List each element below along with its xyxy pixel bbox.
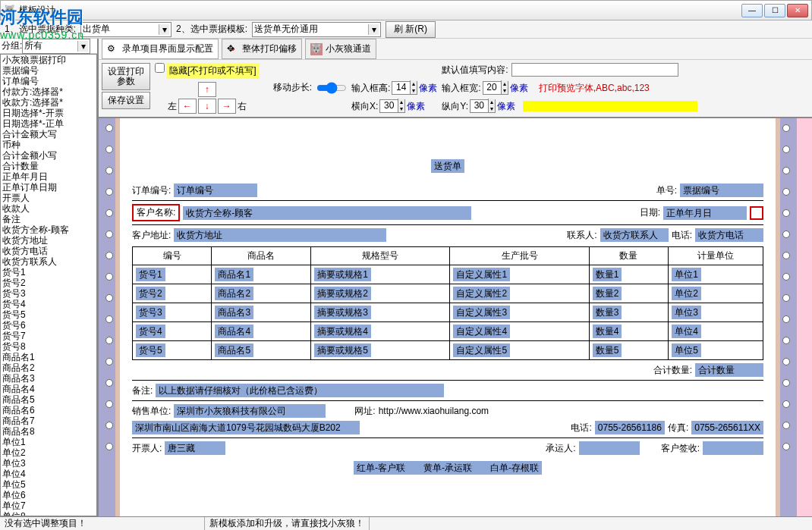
table-cell[interactable]: 单位2	[672, 287, 701, 300]
list-item[interactable]: 货号7	[1, 331, 96, 341]
list-item[interactable]: 合计数量	[1, 161, 96, 171]
field-cust-sign[interactable]	[703, 441, 763, 455]
list-item[interactable]: 商品名1	[1, 352, 96, 362]
table-cell[interactable]: 数量3	[593, 306, 622, 319]
list-item[interactable]: 付款方:选择器*	[1, 86, 96, 97]
list-item[interactable]: 单位1	[1, 437, 96, 447]
width-spin[interactable]: 20	[483, 81, 508, 95]
field-tel[interactable]: 收货方电话	[695, 228, 763, 242]
table-cell[interactable]: 数量2	[593, 287, 622, 300]
table-cell[interactable]: 货号2	[136, 287, 165, 300]
list-item[interactable]: 日期选择*-开票	[1, 108, 96, 118]
bill-type-combo[interactable]: ▾	[80, 22, 172, 37]
list-item[interactable]: 商品名6	[1, 405, 96, 416]
table-cell[interactable]: 商品名3	[215, 306, 253, 319]
table-cell[interactable]: 摘要或规格1	[314, 268, 371, 281]
list-item[interactable]: 开票人	[1, 193, 96, 203]
list-item[interactable]: 小灰狼票据打印	[1, 55, 96, 65]
tab-wolf-channel[interactable]: 🐺小灰狼通道	[305, 39, 376, 59]
tab-display-config[interactable]: ⚙录单项目界面显示配置	[102, 39, 219, 59]
list-item[interactable]: 货号2	[1, 278, 96, 288]
list-item[interactable]: 合计金额大写	[1, 129, 96, 140]
list-item[interactable]: 单位5	[1, 479, 96, 490]
list-item[interactable]: 商品名8	[1, 426, 96, 437]
list-item[interactable]: 商品名2	[1, 362, 96, 373]
y-spin[interactable]: 30	[470, 99, 496, 113]
list-item[interactable]: 货号5	[1, 309, 96, 320]
field-address[interactable]: 收货方地址	[174, 228, 386, 242]
refresh-button[interactable]: 刷 新(R)	[386, 21, 436, 38]
table-cell[interactable]: 货号1	[136, 268, 165, 281]
minimize-button[interactable]: —	[741, 4, 763, 17]
list-item[interactable]: 商品名7	[1, 416, 96, 426]
list-item[interactable]: 收货方联系人	[1, 256, 96, 267]
list-item[interactable]: 币种	[1, 140, 96, 150]
field-bill-no[interactable]: 票据编号	[680, 183, 763, 197]
x-spin[interactable]: 30	[379, 99, 405, 113]
list-item[interactable]: 正单年月日	[1, 171, 96, 182]
field-order-no[interactable]: 订单编号	[174, 183, 257, 197]
doc-title[interactable]: 送货单	[431, 159, 464, 173]
table-cell[interactable]: 自定义属性3	[453, 306, 510, 319]
list-item[interactable]: 单位2	[1, 447, 96, 458]
list-item[interactable]: 备注	[1, 214, 96, 224]
step-slider[interactable]	[316, 82, 347, 94]
table-cell[interactable]: 摘要或规格3	[314, 306, 371, 319]
down-button[interactable]: ↓	[198, 99, 216, 114]
table-cell[interactable]: 数量1	[593, 268, 622, 281]
table-cell[interactable]: 单位3	[672, 306, 701, 319]
table-cell[interactable]: 数量5	[593, 343, 622, 357]
table-cell[interactable]: 摘要或规格4	[314, 325, 371, 338]
list-item[interactable]: 单位7	[1, 500, 96, 511]
list-item[interactable]: 订单编号	[1, 76, 96, 86]
field-copies[interactable]: 红单-客户联 黄单-承运联 白单-存根联	[354, 461, 542, 475]
field-fax[interactable]: 0755-265611XX	[691, 421, 763, 434]
table-cell[interactable]: 单位4	[672, 325, 701, 338]
up-button[interactable]: ↑	[198, 82, 216, 97]
table-cell[interactable]: 单位1	[672, 268, 701, 281]
left-button[interactable]: ←	[178, 99, 197, 114]
list-item[interactable]: 日期选择*-正单	[1, 118, 96, 129]
table-cell[interactable]: 商品名2	[215, 287, 253, 300]
table-cell[interactable]: 自定义属性2	[453, 287, 510, 300]
list-item[interactable]: 收货方地址	[1, 235, 96, 246]
height-spin[interactable]: 14	[392, 81, 417, 95]
list-item[interactable]: 货号6	[1, 320, 96, 331]
table-cell[interactable]: 摘要或规格2	[314, 287, 371, 300]
field-addr2[interactable]: 深圳市南山区南海大道1079号花园城数码大厦B202	[132, 421, 360, 434]
list-item[interactable]: 收款人	[1, 203, 96, 214]
list-item[interactable]: 商品名4	[1, 384, 96, 394]
set-print-params-button[interactable]: 设置打印参数	[102, 63, 150, 90]
field-list[interactable]: 小灰狼票据打印票据编号订单编号付款方:选择器*收款方:选择器*日期选择*-开票日…	[0, 54, 97, 516]
table-cell[interactable]: 货号3	[136, 306, 165, 319]
table-cell[interactable]: 摘要或规格5	[314, 343, 371, 357]
selection-handle[interactable]	[750, 206, 763, 220]
list-item[interactable]: 单位8	[1, 511, 96, 516]
list-item[interactable]: 货号8	[1, 341, 96, 352]
default-value-input[interactable]	[511, 63, 678, 77]
close-button[interactable]: ✕	[787, 4, 808, 17]
list-item[interactable]: 收货方电话	[1, 246, 96, 256]
table-cell[interactable]: 商品名1	[215, 268, 253, 281]
list-item[interactable]: 商品名5	[1, 394, 96, 405]
field-total-qty[interactable]: 合计数量	[695, 363, 763, 377]
tab-print-offset[interactable]: ✥整体打印偏移	[222, 39, 302, 59]
table-cell[interactable]: 自定义属性4	[453, 325, 510, 338]
field-remark[interactable]: 以上数据请仔细核对（此价格已含运费）	[156, 384, 444, 397]
save-settings-button[interactable]: 保存设置	[102, 92, 150, 109]
table-cell[interactable]: 商品名4	[215, 325, 253, 338]
hide-checkbox[interactable]	[155, 63, 165, 73]
template-combo[interactable]: ▾	[252, 22, 381, 37]
list-item[interactable]: 收款方:选择器*	[1, 97, 96, 108]
field-contact[interactable]: 收货方联系人	[600, 228, 669, 242]
page-preview[interactable]: 送货单 订单编号: 订单编号 单号: 票据编号 客户名称: 收货方全称-顾客 日…	[120, 118, 776, 516]
list-item[interactable]: 正单订单日期	[1, 182, 96, 193]
table-cell[interactable]: 数量4	[593, 325, 622, 338]
right-button[interactable]: →	[218, 99, 236, 114]
list-item[interactable]: 合计金额小写	[1, 150, 96, 161]
table-cell[interactable]: 商品名5	[215, 343, 253, 357]
list-item[interactable]: 单位3	[1, 458, 96, 469]
table-cell[interactable]: 自定义属性5	[453, 343, 510, 357]
field-drawer[interactable]: 唐三藏	[165, 441, 225, 455]
field-carrier[interactable]	[579, 441, 640, 455]
